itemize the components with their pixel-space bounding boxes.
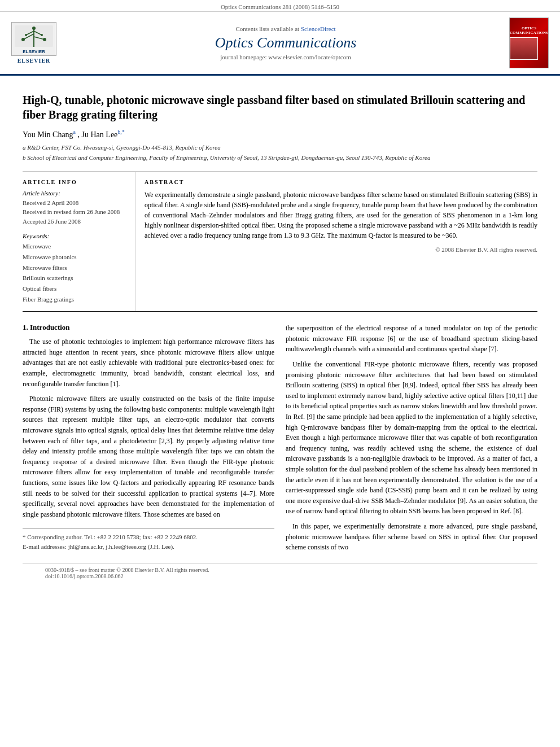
main-content: High-Q, tunable, photonic microwave sing… — [0, 76, 560, 594]
author2-sup: b,* — [117, 129, 125, 135]
sciencedirect-link[interactable]: ScienceDirect — [301, 25, 336, 32]
keyword-2: Microwave filters — [23, 263, 127, 273]
section1-heading: 1. Introduction — [23, 323, 274, 332]
keyword-1: Microwave photonics — [23, 252, 127, 263]
abstract-title: ABSTRACT — [145, 179, 537, 185]
abstract-text: We experimentally demonstrate a single p… — [145, 190, 537, 241]
history-revised: Received in revised form 26 June 2008 — [23, 207, 127, 217]
article-info-panel: ARTICLE INFO Article history: Received 2… — [23, 172, 135, 312]
body-para-0: The use of photonic technologies to impl… — [23, 337, 274, 389]
authors-line: You Min Changa , Ju Han Leeb,* — [23, 129, 537, 139]
svg-text:ELSEVIER: ELSEVIER — [23, 49, 45, 54]
body-para-right-2: In this paper, we experimentally demonst… — [286, 521, 537, 553]
author1-sup: a — [73, 129, 76, 135]
keywords-label: Keywords: — [23, 233, 127, 239]
affiliation-b: b School of Electrical and Computer Engi… — [23, 153, 537, 163]
affiliations: a R&D Center, FST Co. Hwasung-si, Gyeong… — [23, 143, 537, 163]
article-title: High-Q, tunable, photonic microwave sing… — [23, 93, 537, 122]
keywords-section: Keywords: Microwave Microwave photonics … — [23, 233, 127, 304]
journal-cover: OPTICS COMMUNICATIONS — [509, 18, 549, 68]
author2-name: , Ju Han Lee — [78, 130, 118, 139]
bottom-bar-text: 0030-4018/$ – see front matter © 2008 El… — [45, 567, 515, 579]
col-right: the superposition of the electrical resp… — [286, 323, 537, 557]
abstract-panel: ABSTRACT We experimentally demonstrate a… — [135, 172, 537, 312]
footnote-section: * Corresponding author. Tel.: +82 2 2210… — [23, 528, 274, 551]
svg-point-7 — [32, 27, 36, 30]
history-received: Received 2 April 2008 — [23, 198, 127, 208]
info-abstract-row: ARTICLE INFO Article history: Received 2… — [23, 172, 537, 312]
svg-point-8 — [21, 38, 25, 41]
journal-center: Contents lists available at ScienceDirec… — [68, 25, 504, 60]
elsevier-logo-img: ELSEVIER — [11, 22, 56, 56]
footnote-text: * Corresponding author. Tel.: +82 2 2210… — [23, 532, 274, 551]
two-column-body: 1. Introduction The use of photonic tech… — [23, 323, 537, 557]
contents-line: Contents lists available at ScienceDirec… — [68, 25, 504, 32]
journal-title: Optics Communications — [68, 34, 504, 51]
history-label: Article history: — [23, 190, 127, 196]
col-left: 1. Introduction The use of photonic tech… — [23, 323, 274, 557]
journal-header: ELSEVIER ELSEVIER Contents lists availab… — [0, 12, 560, 76]
svg-point-11 — [41, 34, 43, 36]
author1-name: You Min Chang — [23, 130, 73, 139]
article-info-title: ARTICLE INFO — [23, 179, 127, 185]
journal-top-bar: Optics Communications 281 (2008) 5146–51… — [0, 0, 560, 12]
affiliation-a: a R&D Center, FST Co. Hwasung-si, Gyeong… — [23, 143, 537, 152]
keyword-0: Microwave — [23, 241, 127, 252]
history-section: Article history: Received 2 April 2008 R… — [23, 190, 127, 226]
body-para-1: Photonic microwave filters are usually c… — [23, 394, 274, 519]
body-para-right-1: Unlike the conventional FIR-type photoni… — [286, 359, 537, 517]
body-para-right-0: the superposition of the electrical resp… — [286, 323, 537, 355]
keyword-5: Fiber Bragg gratings — [23, 294, 127, 305]
elsevier-text: ELSEVIER — [18, 58, 51, 64]
svg-point-10 — [25, 34, 27, 36]
copyright-notice: © 2008 Elsevier B.V. All rights reserved… — [145, 246, 537, 253]
page: Optics Communications 281 (2008) 5146–51… — [0, 0, 560, 747]
keyword-3: Brillouin scatterings — [23, 273, 127, 283]
homepage-line: journal homepage: www.elsevier.com/locat… — [68, 54, 504, 60]
cover-title-text: OPTICS COMMUNICATIONS — [510, 26, 548, 60]
elsevier-logo: ELSEVIER ELSEVIER — [6, 22, 62, 64]
svg-point-9 — [43, 38, 46, 41]
history-accepted: Accepted 26 June 2008 — [23, 217, 127, 226]
bottom-bar: 0030-4018/$ – see front matter © 2008 El… — [23, 563, 537, 583]
journal-citation: Optics Communications 281 (2008) 5146–51… — [221, 3, 339, 10]
keyword-4: Optical fibers — [23, 283, 127, 294]
